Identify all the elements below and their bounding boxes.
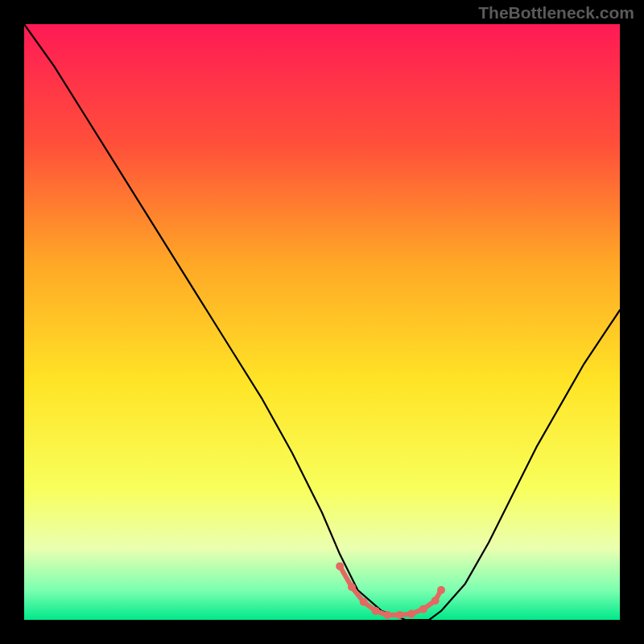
marker-optimal-zone-markers [407, 610, 415, 618]
gradient-background [24, 24, 620, 620]
watermark-text: TheBottleneck.com [478, 3, 634, 23]
marker-optimal-zone-markers [395, 611, 403, 619]
marker-optimal-zone-markers [372, 607, 380, 615]
marker-optimal-zone-markers [431, 597, 440, 605]
marker-optimal-zone-markers [419, 605, 427, 613]
marker-optimal-zone-markers [348, 583, 356, 591]
marker-optimal-zone-markers [336, 562, 344, 570]
chart-frame [24, 24, 620, 620]
marker-optimal-zone-markers [360, 598, 368, 606]
gradient-plot [24, 24, 620, 620]
chart-svg [24, 24, 620, 620]
marker-optimal-zone-markers [437, 586, 445, 594]
marker-optimal-zone-markers [383, 611, 391, 619]
